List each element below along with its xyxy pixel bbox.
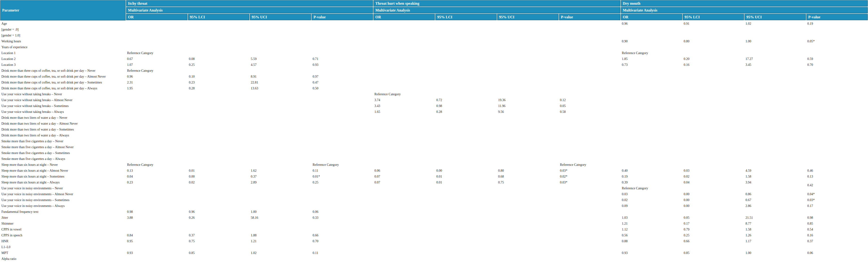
value-cell: 0.17 — [682, 221, 744, 227]
table-row: Drink more than two liters of water a da… — [0, 132, 868, 138]
value-cell — [188, 191, 250, 197]
value-cell — [126, 150, 188, 156]
value-cell — [559, 32, 621, 38]
value-cell — [250, 50, 312, 56]
value-cell: 9.56 — [497, 109, 559, 115]
value-cell — [744, 162, 806, 168]
value-cell: 0.33 — [311, 215, 373, 221]
table-row: Use your voice without taking breaks – A… — [0, 97, 868, 103]
value-cell — [497, 44, 559, 50]
value-cell — [682, 74, 744, 79]
value-cell — [682, 32, 744, 38]
value-cell — [497, 21, 559, 27]
reference-category-cell: Reference Category — [126, 68, 188, 74]
value-cell — [250, 115, 312, 121]
value-cell: 0.56 — [621, 232, 683, 238]
value-cell — [806, 91, 868, 97]
value-cell — [373, 244, 435, 250]
value-cell — [621, 27, 683, 32]
value-cell — [744, 86, 806, 91]
value-cell — [559, 132, 621, 138]
value-cell — [250, 21, 312, 27]
row-label: Drink more than two liters of water a da… — [0, 115, 126, 121]
value-cell — [559, 191, 621, 197]
table-row: [gender = .0] — [0, 27, 868, 32]
value-cell: 0.11 — [311, 168, 373, 173]
value-cell: 0.23 — [126, 179, 188, 185]
row-label: Location 3 — [0, 62, 126, 68]
table-body: Age0.960.911.020.19[gender = .0][gender … — [0, 21, 868, 262]
value-cell — [311, 115, 373, 121]
value-cell: 0.37 — [250, 173, 312, 179]
value-cell — [435, 215, 497, 221]
value-cell — [559, 250, 621, 256]
value-cell — [188, 91, 250, 97]
group-subtitle: Multivariate Analysis — [373, 7, 620, 13]
value-cell — [311, 32, 373, 38]
value-cell — [497, 221, 559, 227]
value-cell — [621, 256, 683, 262]
value-cell — [497, 121, 559, 127]
value-cell — [559, 121, 621, 127]
multivariate-analysis-table: Parameter Itchy throat Throat hurt when … — [0, 0, 868, 262]
value-cell — [682, 127, 744, 132]
value-cell — [497, 238, 559, 244]
value-cell — [435, 27, 497, 32]
value-cell — [621, 103, 683, 109]
value-cell: 1.21 — [250, 238, 312, 244]
value-cell — [497, 227, 559, 232]
value-cell: 0.02* — [559, 173, 621, 179]
value-cell — [497, 86, 559, 91]
value-cell: 0.13 — [806, 173, 868, 179]
value-cell — [744, 244, 806, 250]
value-cell — [806, 150, 868, 156]
value-cell — [559, 56, 621, 62]
value-cell — [744, 185, 806, 191]
value-cell — [806, 127, 868, 132]
value-cell — [188, 97, 250, 103]
value-cell — [435, 115, 497, 121]
value-cell — [806, 86, 868, 91]
value-cell: 1.00 — [744, 38, 806, 44]
value-cell — [311, 109, 373, 115]
value-cell: 0.59 — [806, 56, 868, 62]
value-cell — [497, 138, 559, 144]
value-cell — [621, 68, 683, 74]
row-label: Sleep more than six hours at night – Alw… — [0, 179, 126, 185]
row-label: Jitter — [0, 215, 126, 221]
value-cell — [806, 109, 868, 115]
row-label: Sleep more than six hours at night – Alm… — [0, 168, 126, 173]
row-label: L1–L0 — [0, 244, 126, 250]
table-row: Use your voice in noisy environments – N… — [0, 185, 868, 191]
value-cell: 1.58 — [744, 173, 806, 179]
table-row: Shimmer1.210.178.770.85 — [0, 221, 868, 227]
value-cell — [806, 103, 868, 109]
value-cell: 0.03* — [806, 197, 868, 203]
value-cell — [188, 162, 250, 168]
value-cell: 3.74 — [373, 97, 435, 103]
value-cell — [806, 132, 868, 138]
value-cell — [621, 150, 683, 156]
value-cell — [373, 21, 435, 27]
value-cell: 0.67 — [126, 56, 188, 62]
value-cell — [126, 203, 188, 209]
table-row: Use your voice without taking breaks – N… — [0, 91, 868, 97]
value-cell — [806, 44, 868, 50]
row-label: Use your voice in noisy environments – N… — [0, 185, 126, 191]
value-cell: 0.40 — [621, 168, 683, 173]
value-cell — [559, 156, 621, 162]
value-cell: 0.80 — [682, 38, 744, 44]
value-cell — [188, 221, 250, 227]
value-cell — [806, 121, 868, 127]
table-row: Location 20.670.085.590.711.850.2017.270… — [0, 56, 868, 62]
value-cell — [311, 197, 373, 203]
row-label: Drink more than two liters of water a da… — [0, 127, 126, 132]
value-cell — [126, 191, 188, 197]
value-cell: 0.01* — [311, 173, 373, 179]
value-cell: 0.70 — [311, 238, 373, 244]
value-cell — [311, 127, 373, 132]
row-label: Use your voice without taking breaks – A… — [0, 97, 126, 103]
value-cell: 0.72 — [435, 97, 497, 103]
row-label: [gender = 1.0] — [0, 32, 126, 38]
value-cell — [559, 44, 621, 50]
